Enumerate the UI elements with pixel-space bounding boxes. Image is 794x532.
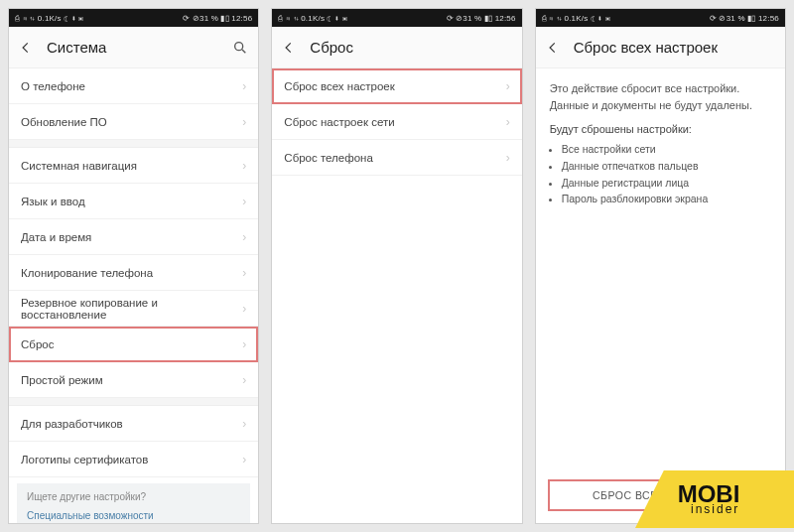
chevron-right-icon: › [506, 151, 510, 165]
reset-bullet: Все настройки сети [562, 141, 771, 158]
list-item-label: Системная навигация [21, 160, 137, 172]
page-title: Сброс [310, 39, 511, 56]
reset-all-content: Это действие сбросит все настройки. Данн… [536, 68, 785, 523]
chevron-right-icon: › [242, 417, 246, 431]
list-item[interactable]: Язык и ввод› [9, 184, 258, 219]
list-item-label: Сброс телефона [284, 152, 373, 164]
status-left: ⎙ ≋ ⇅ 0.1K/s ☾ ⬇ ▣ [278, 14, 347, 23]
status-bar: ⎙ ≋ ⇅ 0.1K/s ☾ ⬇ ▣ ⟳ ⊘31 % ▮▯ 12:56 [272, 9, 521, 27]
phone-screen-reset-all: ⎙ ≋ ⇅ 0.1K/s ☾ ⬇ ▣ ⟳ ⊘31 % ▮▯ 12:56 Сбро… [535, 8, 786, 524]
svg-point-0 [235, 42, 243, 50]
status-bar: ⎙ ≋ ⇅ 0.1K/s ☾ ⬇ ▣ ⟳ ⊘31 % ▮▯ 12:56 [536, 9, 785, 27]
status-bar: ⎙ ≋ ⇅ 0.1K/s ☾ ⬇ ▣ ⟳ ⊘31 % ▮▯ 12:56 [9, 9, 258, 27]
list-item[interactable]: Сброс› [9, 327, 258, 362]
back-icon[interactable] [19, 41, 33, 55]
chevron-right-icon: › [242, 373, 246, 387]
list-item-label: Язык и ввод [21, 196, 85, 207]
title-bar: Сброс [272, 27, 521, 68]
back-icon[interactable] [282, 41, 296, 55]
page-title: Система [47, 39, 218, 56]
section-divider [9, 140, 258, 148]
list-item-label: Сброс настроек сети [284, 116, 394, 128]
settings-list: О телефоне›Обновление ПО›Системная навиг… [9, 68, 258, 523]
list-item[interactable]: Обновление ПО› [9, 104, 258, 140]
list-item-label: Дата и время [21, 231, 91, 243]
tip-box: Ищете другие настройки?Специальные возмо… [17, 483, 250, 523]
reset-list: Сброс всех настроек›Сброс настроек сети›… [272, 68, 521, 523]
list-item-label: Сброс всех настроек [284, 80, 394, 92]
list-item[interactable]: Дата и время› [9, 219, 258, 255]
status-right: ⟳ ⊘31 % ▮▯ 12:56 [710, 14, 779, 23]
title-bar: Система [9, 27, 258, 68]
tip-link-accessibility[interactable]: Специальные возможности [27, 510, 240, 521]
reset-subheading: Будут сброшены настройки: [536, 119, 785, 139]
list-item-label: Резервное копирование и восстановление [21, 297, 242, 321]
reset-bullet-list: Все настройки сетиДанные отпечатков паль… [536, 139, 785, 215]
list-item[interactable]: О телефоне› [9, 68, 258, 104]
back-icon[interactable] [546, 41, 560, 55]
list-item-label: Сброс [21, 338, 54, 350]
reset-bullet: Пароль разблокировки экрана [562, 191, 771, 207]
chevron-right-icon: › [242, 195, 246, 208]
page-title: Сброс всех настроек [574, 39, 775, 56]
list-item[interactable]: Резервное копирование и восстановление› [9, 291, 258, 327]
list-item[interactable]: Логотипы сертификатов› [9, 442, 258, 477]
section-divider [9, 398, 258, 406]
list-item[interactable]: Сброс всех настроек› [272, 68, 521, 104]
list-item[interactable]: Простой режим› [9, 362, 258, 398]
chevron-right-icon: › [242, 79, 246, 93]
chevron-right-icon: › [242, 266, 246, 280]
chevron-right-icon: › [242, 302, 246, 316]
chevron-right-icon: › [242, 115, 246, 129]
list-item[interactable]: Системная навигация› [9, 148, 258, 184]
chevron-right-icon: › [242, 230, 246, 244]
reset-description: Это действие сбросит все настройки. Данн… [536, 68, 785, 119]
list-item-label: Для разработчиков [21, 418, 123, 430]
tip-title: Ищете другие настройки? [27, 491, 240, 502]
reset-bullet: Данные отпечатков пальцев [562, 158, 771, 175]
search-icon[interactable] [232, 40, 248, 56]
list-item-label: О телефоне [21, 80, 85, 92]
chevron-right-icon: › [242, 453, 246, 466]
list-item-label: Клонирование телефона [21, 267, 153, 279]
list-item[interactable]: Сброс настроек сети› [272, 104, 521, 140]
list-item[interactable]: Клонирование телефона› [9, 255, 258, 291]
reset-bullet: Данные регистрации лица [562, 175, 771, 192]
chevron-right-icon: › [506, 115, 510, 129]
chevron-right-icon: › [242, 337, 246, 351]
list-item-label: Логотипы сертификатов [21, 454, 148, 466]
list-item-label: Простой режим [21, 374, 103, 386]
phone-screen-reset: ⎙ ≋ ⇅ 0.1K/s ☾ ⬇ ▣ ⟳ ⊘31 % ▮▯ 12:56 Сбро… [271, 8, 522, 524]
list-item[interactable]: Для разработчиков› [9, 406, 258, 442]
list-item-label: Обновление ПО [21, 116, 107, 128]
status-left: ⎙ ≋ ⇅ 0.1K/s ☾ ⬇ ▣ [542, 14, 611, 23]
list-item[interactable]: Сброс телефона› [272, 140, 521, 176]
status-right: ⟳ ⊘31 % ▮▯ 12:56 [447, 14, 516, 23]
status-left: ⎙ ≋ ⇅ 0.1K/s ☾ ⬇ ▣ [15, 14, 84, 23]
phone-screen-system: ⎙ ≋ ⇅ 0.1K/s ☾ ⬇ ▣ ⟳ ⊘31 % ▮▯ 12:56 Сист… [8, 8, 259, 524]
chevron-right-icon: › [506, 79, 510, 93]
title-bar: Сброс всех настроек [536, 27, 785, 68]
chevron-right-icon: › [242, 159, 246, 173]
status-right: ⟳ ⊘31 % ▮▯ 12:56 [183, 14, 252, 23]
